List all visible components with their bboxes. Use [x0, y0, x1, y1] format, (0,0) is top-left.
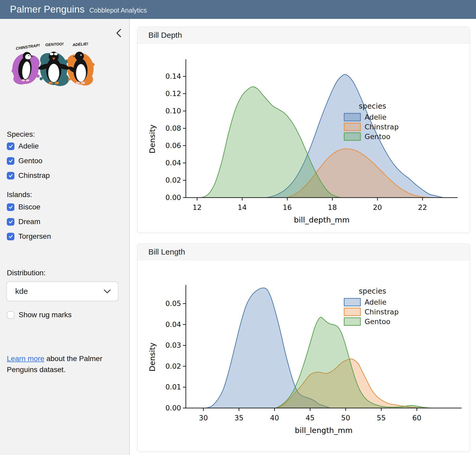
- legend-label-adelie: Adelie: [365, 298, 386, 306]
- legend-label-gentoo: Gentoo: [365, 133, 390, 141]
- x-axis-label: bill_depth_mm: [294, 215, 350, 224]
- species-option-chinstrap[interactable]: Chinstrap: [7, 171, 50, 180]
- y-tick-label: 0.08: [165, 124, 181, 132]
- rug-checkbox[interactable]: [7, 311, 14, 319]
- legend-label-gentoo: Gentoo: [365, 318, 390, 326]
- x-tick-label: 50: [341, 414, 350, 422]
- species-option-adelie[interactable]: Adelie: [7, 142, 50, 151]
- x-tick-label: 16: [283, 203, 292, 211]
- show-rug-marks-checkbox-row[interactable]: Show rug marks: [7, 311, 72, 319]
- islands-option-biscoe[interactable]: Biscoe: [7, 203, 51, 211]
- y-tick-label: 0.01: [165, 383, 181, 391]
- illustration-label-chinstrap: CHINSTRAP!: [15, 43, 40, 51]
- y-tick-label: 0.05: [165, 299, 181, 308]
- y-tick-label: 0.12: [165, 89, 181, 98]
- bill-length-card-title: Bill Length: [148, 247, 185, 256]
- x-tick-label: 45: [306, 414, 315, 422]
- species-label: Species:: [7, 130, 35, 139]
- x-tick-label: 55: [377, 414, 386, 422]
- check-icon: [8, 234, 13, 239]
- distribution-select-value: kde: [15, 287, 103, 296]
- x-tick-label: 35: [235, 414, 244, 422]
- chevron-down-icon: [103, 289, 111, 294]
- bill-length-card: Bill Length 303540455055600.000.010.020.…: [137, 244, 470, 452]
- app-header: Palmer Penguins Cobblepot Analytics: [0, 0, 476, 19]
- species-label-gentoo: Gentoo: [18, 157, 42, 165]
- illustration-label-gentoo: GENTOO!: [45, 41, 64, 47]
- islands-label-torgersen: Torgersen: [18, 232, 51, 241]
- sidebar-collapse-button[interactable]: [114, 28, 125, 39]
- learn-more-link[interactable]: Learn more: [7, 355, 44, 363]
- illustration-label-adelie: ADÉLIE!: [72, 41, 88, 47]
- check-icon: [8, 173, 13, 178]
- dataset-footer-text: Learn more about the Palmer Penguins dat…: [7, 353, 114, 375]
- x-tick-label: 60: [412, 414, 421, 422]
- x-tick-label: 40: [270, 414, 279, 422]
- bill-depth-card-title: Bill Depth: [148, 31, 182, 40]
- legend-patch-adelie: [344, 298, 360, 306]
- sidebar: CHINSTRAP! GENTOO! ADÉLIE! Species: Adel…: [0, 19, 130, 455]
- checked-checkbox-icon[interactable]: [7, 233, 14, 240]
- checked-checkbox-icon[interactable]: [7, 218, 14, 226]
- islands-checkbox-group: BiscoeDreamTorgersen: [7, 203, 51, 247]
- islands-option-dream[interactable]: Dream: [7, 217, 51, 226]
- app-title: Palmer Penguins: [10, 4, 85, 15]
- y-tick-label: 0.00: [165, 193, 181, 202]
- islands-label-dream: Dream: [18, 218, 40, 226]
- legend-patch-adelie: [344, 113, 360, 121]
- y-tick-label: 0.04: [165, 159, 181, 167]
- legend-patch-chinstrap: [344, 308, 360, 316]
- islands-label: Islands:: [7, 191, 32, 199]
- checked-checkbox-icon[interactable]: [7, 172, 14, 179]
- species-checkbox-group: AdelieGentooChinstrap: [7, 142, 50, 186]
- check-icon: [8, 158, 13, 163]
- legend-patch-gentoo: [344, 133, 360, 140]
- x-tick-label: 22: [418, 203, 427, 211]
- bill-depth-card: Bill Depth 1214161820220.000.020.040.060…: [137, 27, 470, 233]
- legend-label-adelie: Adelie: [365, 113, 386, 121]
- checked-checkbox-icon[interactable]: [7, 157, 14, 165]
- y-tick-label: 0.04: [165, 320, 181, 329]
- bill-depth-card-body: 1214161820220.000.020.040.060.080.100.12…: [137, 44, 470, 233]
- x-axis-label: bill_length_mm: [295, 426, 353, 435]
- x-tick-label: 18: [328, 203, 337, 211]
- species-option-gentoo[interactable]: Gentoo: [7, 156, 50, 165]
- y-tick-label: 0.10: [165, 107, 181, 115]
- islands-label-biscoe: Biscoe: [18, 203, 40, 211]
- species-label-chinstrap: Chinstrap: [18, 171, 50, 180]
- islands-option-torgersen[interactable]: Torgersen: [7, 232, 51, 241]
- legend-patch-chinstrap: [344, 123, 360, 131]
- check-icon: [8, 204, 13, 210]
- legend-patch-gentoo: [344, 318, 360, 325]
- penguins-illustration: CHINSTRAP! GENTOO! ADÉLIE!: [9, 39, 96, 89]
- checked-checkbox-icon[interactable]: [7, 203, 14, 211]
- app-subtitle: Cobblepot Analytics: [89, 7, 147, 14]
- bill-length-card-body: 303540455055600.000.010.020.030.040.05bi…: [137, 260, 470, 452]
- bill-length-card-header: Bill Length: [137, 244, 470, 260]
- bill-depth-chart: 1214161820220.000.020.040.060.080.100.12…: [137, 44, 470, 233]
- rug-checkbox-label: Show rug marks: [19, 311, 72, 319]
- y-axis-label: Density: [148, 342, 157, 371]
- check-icon: [8, 144, 13, 149]
- bill-length-chart: 303540455055600.000.010.020.030.040.05bi…: [137, 260, 470, 452]
- chevron-left-icon: [114, 28, 125, 39]
- x-tick-label: 14: [238, 203, 247, 211]
- x-tick-label: 30: [199, 414, 208, 422]
- x-tick-label: 12: [193, 203, 202, 211]
- legend: speciesAdelieChinstrapGentoo: [344, 287, 399, 326]
- y-tick-label: 0.14: [165, 72, 181, 80]
- y-tick-label: 0.02: [165, 362, 181, 370]
- legend-label-chinstrap: Chinstrap: [365, 308, 399, 316]
- y-tick-label: 0.02: [165, 176, 181, 184]
- y-tick-label: 0.06: [165, 141, 181, 150]
- checked-checkbox-icon[interactable]: [7, 142, 14, 150]
- y-axis-label: Density: [148, 124, 157, 153]
- species-label-adelie: Adelie: [18, 142, 39, 150]
- distribution-select[interactable]: kde: [6, 281, 118, 301]
- legend-label-chinstrap: Chinstrap: [365, 123, 399, 131]
- check-icon: [8, 219, 13, 224]
- legend-title: species: [359, 102, 386, 110]
- bill-depth-card-header: Bill Depth: [137, 27, 470, 44]
- y-tick-label: 0.03: [165, 341, 181, 349]
- legend-title: species: [359, 287, 386, 295]
